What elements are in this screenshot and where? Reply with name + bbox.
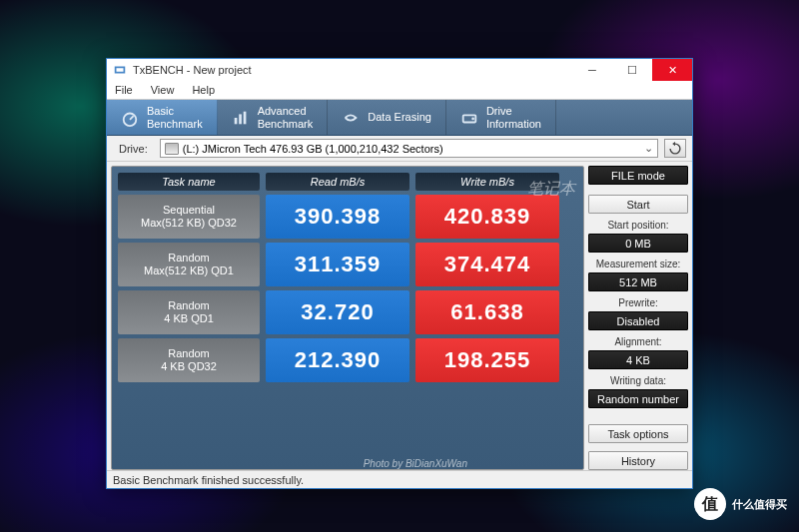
minimize-button[interactable]: ─ [572,59,612,81]
writing-data-value[interactable]: Random number [588,389,688,408]
write-value: 420.839 [415,195,559,239]
task-random-4kb-qd32[interactable]: Random4 KB QD32 [118,338,260,382]
results-header: Task name Read mB/s Write mB/s [118,173,577,191]
menu-view[interactable]: View [147,84,179,96]
writing-data-label: Writing data: [588,373,688,387]
app-window: TxBENCH - New project ─ ☐ ✕ File View He… [106,58,693,489]
measurement-size-value[interactable]: 512 MB [588,272,688,291]
drive-row: Drive: (L:) JMicron Tech 476.93 GB (1,00… [107,136,692,162]
menu-help[interactable]: Help [188,84,219,96]
close-button[interactable]: ✕ [652,59,692,81]
history-button[interactable]: History [588,451,688,470]
write-value: 61.638 [415,290,559,334]
badge-icon: 值 [694,488,726,520]
alignment-value[interactable]: 4 KB [588,350,688,369]
photo-credit: Photo by BiDianXuWan [364,458,467,469]
bars-icon [232,109,250,127]
result-row: Random4 KB QD1 32.720 61.638 [118,290,577,334]
side-panel: FILE mode Start Start position: 0 MB Mea… [588,166,688,470]
content-area: 笔记本 Task name Read mB/s Write mB/s Seque… [107,162,692,470]
status-bar: Basic Benchmark finished successfully. [107,470,692,488]
task-random-512kb-qd1[interactable]: RandomMax(512 KB) QD1 [118,243,260,286]
svg-rect-5 [243,111,246,124]
prewrite-value[interactable]: Disabled [588,311,688,330]
smzdm-badge: 值 什么值得买 [694,488,787,520]
result-row: SequentialMax(512 KB) QD32 390.398 420.8… [118,195,577,239]
drive-select[interactable]: (L:) JMicron Tech 476.93 GB (1,000,210,4… [160,139,658,158]
result-row: RandomMax(512 KB) QD1 311.359 374.474 [118,243,577,286]
tab-data-erasing[interactable]: Data Erasing [328,100,446,135]
task-options-button[interactable]: Task options [588,424,688,443]
erase-icon [342,109,360,127]
menu-file[interactable]: File [111,84,137,96]
header-write: Write mB/s [415,173,559,191]
read-value: 32.720 [266,290,409,334]
file-mode-button[interactable]: FILE mode [588,166,688,185]
alignment-label: Alignment: [588,334,688,348]
header-read: Read mB/s [266,173,409,191]
write-value: 374.474 [415,243,559,286]
drive-label: Drive: [113,143,154,155]
read-value: 212.390 [266,338,409,382]
task-random-4kb-qd1[interactable]: Random4 KB QD1 [118,290,260,334]
start-position-label: Start position: [588,218,688,232]
svg-rect-4 [239,114,242,124]
tab-basic-benchmark[interactable]: BasicBenchmark [107,100,218,135]
svg-rect-3 [234,118,237,124]
prewrite-label: Prewrite: [588,295,688,309]
header-task: Task name [118,173,260,191]
drive-icon [460,109,478,127]
refresh-icon [668,142,682,156]
app-icon [113,63,127,77]
menu-bar: File View Help [107,81,692,100]
hdd-icon [165,143,179,155]
result-row: Random4 KB QD32 212.390 198.255 [118,338,577,382]
svg-point-2 [124,113,137,126]
svg-point-7 [471,117,474,120]
results-panel: 笔记本 Task name Read mB/s Write mB/s Seque… [111,166,584,470]
tab-advanced-benchmark[interactable]: AdvancedBenchmark [218,100,329,135]
task-sequential-qd32[interactable]: SequentialMax(512 KB) QD32 [118,195,260,239]
drive-selected-text: (L:) JMicron Tech 476.93 GB (1,000,210,4… [183,143,443,155]
maximize-button[interactable]: ☐ [612,59,652,81]
read-value: 311.359 [266,243,409,286]
badge-text: 什么值得买 [732,497,787,512]
chevron-down-icon: ⌄ [644,142,653,155]
start-position-value[interactable]: 0 MB [588,234,688,253]
refresh-button[interactable] [664,139,686,158]
titlebar[interactable]: TxBENCH - New project ─ ☐ ✕ [107,59,692,81]
window-title: TxBENCH - New project [133,64,572,76]
start-button[interactable]: Start [588,195,688,214]
write-value: 198.255 [415,338,559,382]
read-value: 390.398 [266,195,409,239]
measurement-size-label: Measurement size: [588,257,688,270]
gauge-icon [121,109,139,127]
tab-drive-information[interactable]: DriveInformation [446,100,556,135]
tab-bar: BasicBenchmark AdvancedBenchmark Data Er… [107,100,692,136]
svg-rect-1 [117,68,124,72]
